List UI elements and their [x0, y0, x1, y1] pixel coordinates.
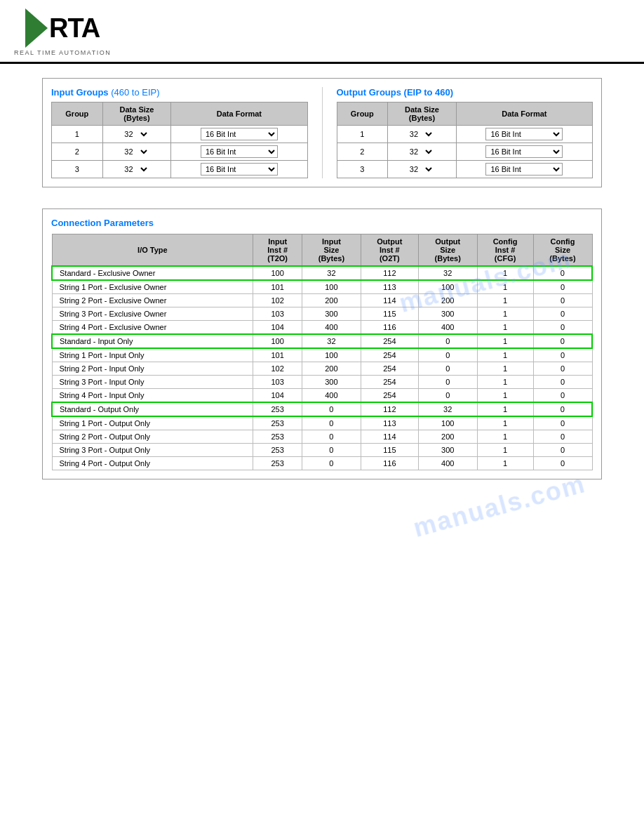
conn-output-size: 32	[418, 402, 477, 416]
size-value: 32	[124, 130, 133, 138]
input-group-row: 3 32 ∨ 16 Bit Int 8 Bit Int 32 Bit Int F…	[52, 161, 308, 178]
conn-io-type: String 4 Port - Output Only	[52, 457, 253, 470]
conn-param-row: String 1 Port - Exclusive Owner 101 100 …	[52, 280, 592, 294]
size-dropdown[interactable]: ∨	[420, 129, 434, 140]
output-group-number: 2	[337, 143, 388, 161]
vertical-divider	[322, 87, 323, 178]
conn-io-type: String 1 Port - Output Only	[52, 416, 253, 430]
conn-io-type: String 3 Port - Output Only	[52, 444, 253, 457]
conn-params-title: Connection Parameters	[51, 218, 593, 228]
conn-output-size: 100	[418, 280, 477, 294]
conn-param-row: String 2 Port - Exclusive Owner 102 200 …	[52, 294, 592, 307]
conn-config-inst: 1	[477, 457, 533, 470]
output-group-size[interactable]: 32 ∨	[388, 126, 457, 143]
conn-col-output-inst: OutputInst #(O2T)	[361, 234, 418, 267]
conn-input-size: 0	[302, 444, 361, 457]
conn-config-size: 0	[533, 280, 592, 294]
conn-input-inst: 100	[253, 266, 302, 280]
output-group-col-group: Group	[337, 102, 388, 126]
conn-io-type: String 3 Port - Input Only	[52, 376, 253, 389]
format-select[interactable]: 16 Bit Int 8 Bit Int 32 Bit Int Float	[201, 145, 278, 158]
conn-config-size: 0	[533, 362, 592, 376]
output-groups-section: Output Groups (EIP to 460) Group Data Si…	[337, 87, 593, 178]
size-dropdown[interactable]: ∨	[135, 164, 149, 175]
conn-input-size: 0	[302, 457, 361, 470]
input-group-size[interactable]: 32 ∨	[102, 143, 171, 161]
size-dropdown[interactable]: ∨	[135, 129, 149, 140]
input-group-col-size: Data Size(Bytes)	[102, 102, 171, 126]
conn-config-inst: 1	[477, 362, 533, 376]
conn-output-inst: 112	[361, 266, 418, 280]
conn-io-type: String 2 Port - Input Only	[52, 362, 253, 376]
conn-param-row: String 4 Port - Exclusive Owner 104 400 …	[52, 321, 592, 335]
conn-output-size: 300	[418, 307, 477, 321]
conn-input-inst: 102	[253, 362, 302, 376]
input-group-size[interactable]: 32 ∨	[102, 161, 171, 178]
conn-output-size: 200	[418, 430, 477, 444]
output-groups-table: Group Data Size(Bytes) Data Format 1 32 …	[337, 102, 593, 178]
input-group-size[interactable]: 32 ∨	[102, 126, 171, 143]
conn-input-inst: 253	[253, 402, 302, 416]
conn-config-size: 0	[533, 389, 592, 403]
output-group-row: 3 32 ∨ 16 Bit Int 8 Bit Int 32 Bit Int F…	[337, 161, 593, 178]
conn-output-size: 400	[418, 321, 477, 335]
conn-input-size: 32	[302, 334, 361, 348]
conn-config-inst: 1	[477, 266, 533, 280]
conn-param-row: Standard - Exclusive Owner 100 32 112 32…	[52, 266, 592, 280]
conn-output-inst: 254	[361, 389, 418, 403]
conn-param-row: String 2 Port - Input Only 102 200 254 0…	[52, 362, 592, 376]
input-groups-section: Input Groups (460 to EIP) Group Data Siz…	[51, 87, 308, 178]
size-dropdown[interactable]: ∨	[420, 164, 434, 175]
conn-output-inst: 254	[361, 362, 418, 376]
main-content: Input Groups (460 to EIP) Group Data Siz…	[0, 64, 644, 508]
conn-io-type: String 2 Port - Exclusive Owner	[52, 294, 253, 307]
output-group-size[interactable]: 32 ∨	[388, 161, 457, 178]
conn-output-inst: 115	[361, 307, 418, 321]
output-group-format[interactable]: 16 Bit Int 8 Bit Int 32 Bit Int Float	[456, 126, 592, 143]
conn-col-input-inst: InputInst #(T2O)	[253, 234, 302, 267]
page-header: RTA REAL TIME AUTOMATION	[0, 0, 644, 64]
size-value: 32	[124, 147, 133, 156]
output-group-size[interactable]: 32 ∨	[388, 143, 457, 161]
conn-params-table: I/O Type InputInst #(T2O) InputSize(Byte…	[51, 234, 593, 470]
format-select[interactable]: 16 Bit Int 8 Bit Int 32 Bit Int Float	[485, 145, 563, 158]
conn-output-size: 100	[418, 416, 477, 430]
size-dropdown[interactable]: ∨	[135, 147, 149, 157]
conn-param-row: String 3 Port - Output Only 253 0 115 30…	[52, 444, 592, 457]
conn-output-size: 0	[418, 348, 477, 362]
conn-input-inst: 253	[253, 430, 302, 444]
input-group-number: 3	[52, 161, 103, 178]
output-group-format[interactable]: 16 Bit Int 8 Bit Int 32 Bit Int Float	[456, 161, 592, 178]
input-group-format[interactable]: 16 Bit Int 8 Bit Int 32 Bit Int Float	[171, 161, 307, 178]
conn-config-size: 0	[533, 334, 592, 348]
format-select[interactable]: 16 Bit Int 8 Bit Int 32 Bit Int Float	[201, 163, 278, 176]
conn-io-type: Standard - Input Only	[52, 334, 253, 348]
format-select[interactable]: 16 Bit Int 8 Bit Int 32 Bit Int Float	[485, 163, 563, 176]
conn-config-inst: 1	[477, 444, 533, 457]
conn-io-type: Standard - Exclusive Owner	[52, 266, 253, 280]
conn-io-type: String 3 Port - Exclusive Owner	[52, 307, 253, 321]
conn-output-inst: 254	[361, 334, 418, 348]
input-group-row: 1 32 ∨ 16 Bit Int 8 Bit Int 32 Bit Int F…	[52, 126, 308, 143]
input-group-format[interactable]: 16 Bit Int 8 Bit Int 32 Bit Int Float	[171, 126, 307, 143]
conn-config-size: 0	[533, 348, 592, 362]
output-group-format[interactable]: 16 Bit Int 8 Bit Int 32 Bit Int Float	[456, 143, 592, 161]
conn-config-inst: 1	[477, 416, 533, 430]
conn-config-size: 0	[533, 307, 592, 321]
conn-output-size: 0	[418, 376, 477, 389]
conn-output-size: 0	[418, 362, 477, 376]
format-select[interactable]: 16 Bit Int 8 Bit Int 32 Bit Int Float	[485, 128, 563, 140]
conn-input-inst: 103	[253, 376, 302, 389]
input-group-format[interactable]: 16 Bit Int 8 Bit Int 32 Bit Int Float	[171, 143, 307, 161]
format-select[interactable]: 16 Bit Int 8 Bit Int 32 Bit Int Float	[201, 128, 278, 140]
conn-output-inst: 112	[361, 402, 418, 416]
conn-input-inst: 100	[253, 334, 302, 348]
size-dropdown[interactable]: ∨	[420, 147, 434, 157]
conn-input-inst: 101	[253, 348, 302, 362]
logo-container: RTA REAL TIME AUTOMATION	[14, 8, 111, 56]
conn-input-inst: 253	[253, 444, 302, 457]
conn-config-inst: 1	[477, 348, 533, 362]
input-group-col-group: Group	[52, 102, 103, 126]
conn-param-row: String 4 Port - Input Only 104 400 254 0…	[52, 389, 592, 403]
conn-input-inst: 103	[253, 307, 302, 321]
